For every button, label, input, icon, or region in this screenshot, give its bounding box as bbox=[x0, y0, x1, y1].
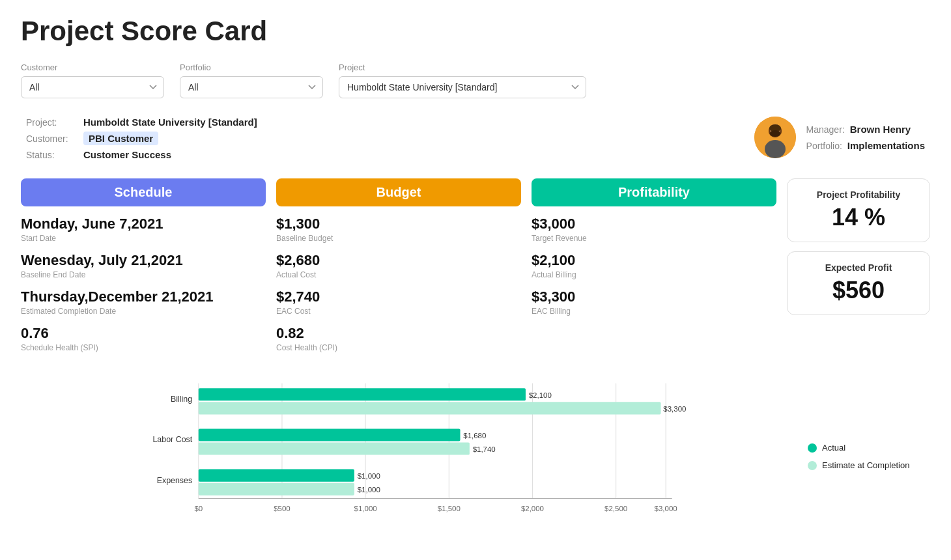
project-name-row: Project: Humboldt State University [Stan… bbox=[26, 117, 257, 128]
billing-actual-bar bbox=[199, 388, 526, 400]
estimate-legend-item: Estimate at Completion bbox=[808, 460, 925, 470]
manager-key: Manager: bbox=[806, 124, 845, 135]
status-val: Customer Success bbox=[83, 149, 171, 160]
actual-billing-value: $2,100 bbox=[532, 252, 776, 269]
portfolio-val: Implementations bbox=[847, 140, 925, 151]
manager-val: Brown Henry bbox=[850, 124, 911, 135]
project-key: Project: bbox=[26, 117, 78, 128]
customer-select[interactable]: All bbox=[21, 76, 164, 98]
svg-point-6 bbox=[770, 130, 780, 137]
svg-text:$3,300: $3,300 bbox=[663, 405, 686, 413]
customer-val: PBI Customer bbox=[83, 132, 158, 145]
eac-cost-label: EAC Cost bbox=[276, 307, 521, 316]
actual-legend-item: Actual bbox=[808, 443, 925, 453]
target-revenue-metric: $3,000 Target Revenue bbox=[532, 216, 776, 243]
cpi-metric: 0.82 Cost Health (CPI) bbox=[276, 325, 521, 352]
estimate-legend-label: Estimate at Completion bbox=[822, 460, 909, 470]
chart-section: $0 $500 $1,000 $1,500 $2,000 $2,500 $3,0… bbox=[21, 377, 930, 523]
profitability-box-title: Project Profitability bbox=[801, 189, 916, 200]
svg-text:$1,500: $1,500 bbox=[438, 505, 461, 512]
schedule-column: Schedule Monday, June 7,2021 Start Date … bbox=[21, 178, 266, 361]
portfolio-select[interactable]: All bbox=[180, 76, 323, 98]
end-date-metric: Wenesday, July 21,2021 Baseline End Date bbox=[21, 252, 266, 279]
manager-section: Manager: Brown Henry Portfolio: Implemen… bbox=[754, 117, 925, 158]
svg-text:Billing: Billing bbox=[171, 395, 192, 404]
svg-text:$500: $500 bbox=[274, 505, 291, 512]
status-row: Status: Customer Success bbox=[26, 149, 257, 160]
customer-row: Customer: PBI Customer bbox=[26, 132, 257, 145]
end-date-label: Baseline End Date bbox=[21, 270, 266, 279]
bar-chart-svg: $0 $500 $1,000 $1,500 $2,000 $2,500 $3,0… bbox=[26, 377, 795, 520]
svg-point-3 bbox=[765, 140, 786, 158]
completion-value: Thursday,December 21,2021 bbox=[21, 288, 266, 305]
labor-estimate-bar bbox=[199, 442, 470, 455]
profitability-box-value: 14 % bbox=[801, 204, 916, 231]
labor-actual-bar bbox=[199, 428, 461, 441]
project-val: Humboldt State University [Standard] bbox=[83, 117, 257, 128]
start-date-value: Monday, June 7,2021 bbox=[21, 216, 266, 232]
svg-text:$3,000: $3,000 bbox=[655, 505, 677, 512]
profitability-column: Profitability $3,000 Target Revenue $2,1… bbox=[532, 178, 776, 325]
expected-profit-box: Expected Profit $560 bbox=[787, 251, 930, 315]
actual-legend-dot bbox=[808, 443, 817, 453]
spi-value: 0.76 bbox=[21, 325, 266, 342]
cpi-value: 0.82 bbox=[276, 325, 521, 342]
budget-header: Budget bbox=[276, 178, 521, 206]
baseline-budget-value: $1,300 bbox=[276, 216, 521, 232]
filters-row: Customer All Portfolio All Project Humbo… bbox=[21, 63, 930, 98]
start-date-label: Start Date bbox=[21, 234, 266, 243]
portfolio-key: Portfolio: bbox=[806, 141, 842, 151]
svg-text:$1,680: $1,680 bbox=[463, 432, 486, 440]
chart-container: $0 $500 $1,000 $1,500 $2,000 $2,500 $3,0… bbox=[26, 377, 925, 523]
avatar bbox=[754, 117, 796, 158]
svg-text:$1,000: $1,000 bbox=[354, 505, 377, 512]
svg-text:Labor Cost: Labor Cost bbox=[152, 435, 192, 444]
actual-billing-metric: $2,100 Actual Billing bbox=[532, 252, 776, 279]
portfolio-row: Portfolio: Implementations bbox=[806, 140, 925, 151]
status-key: Status: bbox=[26, 150, 78, 160]
project-select[interactable]: Humboldt State University [Standard] bbox=[339, 76, 586, 98]
svg-text:$2,000: $2,000 bbox=[521, 505, 544, 512]
customer-filter-label: Customer bbox=[21, 63, 164, 72]
schedule-header: Schedule bbox=[21, 178, 266, 206]
billing-estimate-bar bbox=[199, 402, 661, 414]
manager-row: Manager: Brown Henry bbox=[806, 124, 925, 135]
completion-label: Estimated Completion Date bbox=[21, 307, 266, 316]
cpi-label: Cost Health (CPI) bbox=[276, 343, 521, 352]
page-title: Project Score Card bbox=[21, 16, 930, 47]
eac-cost-value: $2,740 bbox=[276, 288, 521, 305]
baseline-budget-metric: $1,300 Baseline Budget bbox=[276, 216, 521, 243]
expenses-estimate-bar bbox=[199, 483, 354, 496]
target-revenue-value: $3,000 bbox=[532, 216, 776, 232]
expenses-actual-bar bbox=[199, 469, 354, 482]
svg-text:$2,500: $2,500 bbox=[604, 505, 627, 512]
actual-cost-metric: $2,680 Actual Cost bbox=[276, 252, 521, 279]
spi-label: Schedule Health (SPI) bbox=[21, 343, 266, 352]
svg-text:$2,100: $2,100 bbox=[529, 391, 552, 399]
chart-area: $0 $500 $1,000 $1,500 $2,000 $2,500 $3,0… bbox=[26, 377, 795, 523]
svg-text:$1,000: $1,000 bbox=[358, 486, 380, 494]
project-filter-group: Project Humboldt State University [Stand… bbox=[339, 63, 586, 98]
completion-metric: Thursday,December 21,2021 Estimated Comp… bbox=[21, 288, 266, 316]
budget-column: Budget $1,300 Baseline Budget $2,680 Act… bbox=[276, 178, 521, 361]
portfolio-filter-label: Portfolio bbox=[180, 63, 323, 72]
portfolio-filter-group: Portfolio All bbox=[180, 63, 323, 98]
eac-billing-label: EAC Billing bbox=[532, 307, 776, 316]
svg-text:Expenses: Expenses bbox=[157, 476, 193, 485]
svg-text:$1,000: $1,000 bbox=[358, 472, 380, 480]
spi-metric: 0.76 Schedule Health (SPI) bbox=[21, 325, 266, 352]
actual-legend-label: Actual bbox=[822, 443, 845, 453]
target-revenue-label: Target Revenue bbox=[532, 234, 776, 243]
baseline-budget-label: Baseline Budget bbox=[276, 234, 521, 243]
start-date-metric: Monday, June 7,2021 Start Date bbox=[21, 216, 266, 243]
end-date-value: Wenesday, July 21,2021 bbox=[21, 252, 266, 269]
expected-profit-title: Expected Profit bbox=[801, 262, 916, 273]
svg-text:$0: $0 bbox=[194, 505, 203, 512]
customer-key: Customer: bbox=[26, 133, 78, 144]
svg-text:$1,740: $1,740 bbox=[473, 445, 496, 453]
project-info-section: Project: Humboldt State University [Stan… bbox=[21, 117, 930, 160]
actual-cost-value: $2,680 bbox=[276, 252, 521, 269]
eac-billing-metric: $3,300 EAC Billing bbox=[532, 288, 776, 316]
manager-info: Manager: Brown Henry Portfolio: Implemen… bbox=[806, 124, 925, 151]
profitability-header: Profitability bbox=[532, 178, 776, 206]
